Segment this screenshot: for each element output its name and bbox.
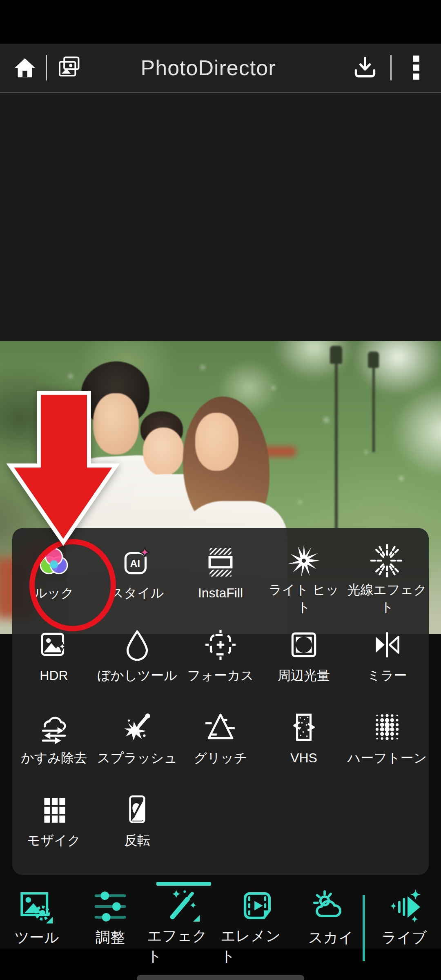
invert-icon <box>120 791 154 829</box>
effect-label: フォーカス <box>187 667 254 684</box>
effect-item-instafill[interactable]: InstaFill <box>179 534 262 616</box>
vignette-icon <box>287 626 321 664</box>
lamp-post <box>372 362 375 452</box>
sky-icon <box>312 887 350 926</box>
bottom-navbar: ツール 調整 エフェクト <box>0 882 441 949</box>
effect-label: ぼかしツール <box>97 667 177 684</box>
blur-drop-icon <box>120 626 154 664</box>
effect-item-focus[interactable]: フォーカス <box>179 616 262 699</box>
effect-label: ハーフトーン <box>347 749 427 767</box>
nav-item-effects[interactable]: エフェクト <box>147 882 220 949</box>
effect-label: 反転 <box>124 832 150 849</box>
nav-label: スカイ <box>308 928 354 948</box>
nav-item-tools[interactable]: ツール <box>0 882 74 949</box>
halftone-icon <box>370 708 404 746</box>
effect-item-dehaze[interactable]: かすみ除去 <box>12 699 96 781</box>
effect-label: モザイク <box>27 832 81 849</box>
tutorial-arrow <box>0 388 127 549</box>
download-icon[interactable] <box>352 55 378 81</box>
nav-label: エレメント <box>220 926 294 966</box>
glitch-icon <box>204 708 237 746</box>
svg-text:AI: AI <box>130 558 140 569</box>
home-gesture-indicator[interactable] <box>137 975 304 980</box>
effect-item-splash[interactable]: スプラッシュ <box>96 699 179 781</box>
effect-label: InstaFill <box>198 584 243 602</box>
effect-label: かすみ除去 <box>21 749 87 767</box>
effect-item-invert[interactable]: 反転 <box>96 781 179 864</box>
lamp-head <box>368 352 379 368</box>
effect-item-blur[interactable]: ぼかしツール <box>96 616 179 699</box>
editor-canvas-empty-area <box>0 93 441 341</box>
status-bar <box>0 0 441 44</box>
effect-label: グリッチ <box>194 749 247 767</box>
header-divider-2 <box>390 55 392 80</box>
effect-item-mosaic[interactable]: モザイク <box>12 781 96 864</box>
nav-section-divider <box>363 895 365 961</box>
effect-item-halftone[interactable]: ハーフトーン <box>345 699 429 781</box>
effect-label: スプラッシュ <box>97 749 178 767</box>
vhs-icon <box>287 708 321 746</box>
effect-label: VHS <box>290 749 317 767</box>
effect-item-vhs[interactable]: VHS <box>262 699 345 781</box>
person-mom-face <box>195 413 238 471</box>
effect-label: ライト ヒット <box>263 581 344 616</box>
splash-icon <box>120 708 154 746</box>
lamp-post <box>335 357 338 529</box>
hdr-icon <box>37 626 71 664</box>
effect-label: ミラー <box>367 667 407 684</box>
instafill-icon <box>204 543 237 581</box>
dehaze-icon <box>37 708 71 746</box>
effect-label: 周辺光量 <box>278 667 330 684</box>
focus-icon <box>204 626 237 664</box>
effects-wand-icon <box>165 887 203 924</box>
app-header: PhotoDirector <box>0 44 441 93</box>
effect-item-light-rays[interactable]: 光線エフェクト <box>345 534 429 616</box>
effect-item-glitch[interactable]: グリッチ <box>179 699 262 781</box>
kebab-menu-icon[interactable] <box>408 55 425 81</box>
active-tab-indicator <box>156 882 211 886</box>
nav-label: 調整 <box>96 928 125 948</box>
adjust-icon <box>92 887 128 926</box>
mirror-icon <box>370 626 404 664</box>
nav-label: ツール <box>14 928 59 948</box>
effect-item-mirror[interactable]: ミラー <box>345 616 429 699</box>
nav-item-elements[interactable]: エレメント <box>220 882 294 949</box>
nav-label: ライブ <box>382 928 427 948</box>
tools-icon <box>18 887 56 926</box>
highlight-circle <box>29 539 116 631</box>
effect-item-light-hit[interactable]: ライト ヒット <box>262 534 345 616</box>
mosaic-icon <box>37 791 71 829</box>
nav-label: エフェクト <box>147 926 220 966</box>
effect-label: HDR <box>40 667 68 684</box>
effect-label: スタイル <box>111 584 164 602</box>
live-icon <box>385 887 423 926</box>
light-hit-icon <box>287 543 321 578</box>
lamp-head <box>330 346 342 364</box>
elements-icon <box>238 887 276 924</box>
nav-item-live[interactable]: ライブ <box>368 882 441 949</box>
nav-item-adjust[interactable]: 調整 <box>74 882 147 949</box>
effect-label: 光線エフェクト <box>347 581 428 616</box>
light-rays-icon <box>370 543 404 578</box>
effect-item-vignette[interactable]: 周辺光量 <box>262 616 345 699</box>
person-baby-face <box>143 428 184 476</box>
nav-item-sky[interactable]: スカイ <box>294 882 368 949</box>
